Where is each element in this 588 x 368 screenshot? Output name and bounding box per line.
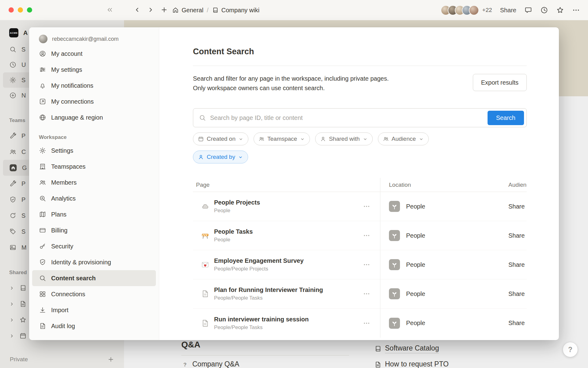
table-row[interactable]: Run interviewer training session People/… <box>193 309 527 338</box>
filter-label: Created by <box>207 154 235 160</box>
nav-item-label: Security <box>51 243 73 250</box>
filter-audience[interactable]: Audience <box>378 132 429 145</box>
breadcrumb-page[interactable]: Company wiki <box>221 7 259 14</box>
forward-icon[interactable] <box>147 6 154 13</box>
audience-cell: Share <box>508 290 527 297</box>
favorite-star-icon[interactable] <box>556 6 564 14</box>
settings-nav-item-connections[interactable]: Connections <box>32 286 156 302</box>
location-cell: People <box>406 290 425 297</box>
page-title-cell[interactable]: Plan for Running Interviewer Training <box>214 286 323 293</box>
settings-nav-item-analytics[interactable]: Analytics <box>32 190 156 206</box>
filter-label: Created on <box>207 136 236 142</box>
sprout-icon <box>391 232 398 239</box>
row-more-icon[interactable] <box>363 261 370 268</box>
settings-nav-item-audit-log[interactable]: Audit log <box>32 318 156 334</box>
settings-nav-item-members[interactable]: Members <box>32 174 156 190</box>
sprout-icon <box>391 320 398 327</box>
page-title-cell[interactable]: Employee Engagement Survey <box>214 257 303 264</box>
page-path: People <box>214 208 260 214</box>
sprout-icon <box>391 203 398 210</box>
audience-cell: Share <box>508 320 527 327</box>
settings-nav-item-my-settings[interactable]: My settings <box>32 62 156 78</box>
settings-nav-item-content-search[interactable]: Content search <box>32 270 156 286</box>
window-titlebar: General / Company wiki +22 Share <box>0 0 588 20</box>
export-results-button[interactable]: Export results <box>473 74 527 91</box>
share-button[interactable]: Share <box>500 7 516 14</box>
comments-icon[interactable] <box>524 6 532 14</box>
settings-nav-item-plans[interactable]: Plans <box>32 206 156 222</box>
page-path: People/People Tasks <box>214 295 323 301</box>
settings-nav-item-billing[interactable]: Billing <box>32 222 156 238</box>
row-more-icon[interactable] <box>363 290 370 297</box>
page-path: People/People Tasks <box>214 324 309 331</box>
audience-cell: Share <box>508 261 527 268</box>
more-options-icon[interactable] <box>572 6 580 14</box>
avatars-overflow-count: +22 <box>482 7 492 13</box>
audience-cell: Share <box>508 203 527 210</box>
filter-created-on[interactable]: Created on <box>193 132 248 145</box>
filter-created-by[interactable]: Created by <box>193 151 248 163</box>
workspace-section-heading: Workspace <box>39 133 159 141</box>
back-icon[interactable] <box>134 6 141 13</box>
settings-nav-item-my-connections[interactable]: My connections <box>32 94 156 109</box>
avatar <box>469 5 479 15</box>
page-title-cell[interactable]: Run interviewer training session <box>214 316 309 323</box>
member-avatars[interactable]: +22 <box>441 5 492 15</box>
help-button[interactable]: ? <box>563 342 578 357</box>
content-search-input[interactable] <box>210 114 484 121</box>
teamspace-badge <box>389 318 400 329</box>
history-nav <box>134 6 168 13</box>
settings-nav-item-language-region[interactable]: Language & region <box>32 109 156 125</box>
account-email: rebeccamcakir@gmail.com <box>52 36 119 42</box>
filter-chips-row: Created on Teamspace Shared with Audienc… <box>193 132 559 145</box>
row-more-icon[interactable] <box>363 203 370 210</box>
page-title: Content Search <box>193 47 559 56</box>
location-cell: People <box>406 320 425 327</box>
map-icon <box>39 211 46 218</box>
divider <box>193 66 527 66</box>
document-page-icon <box>201 319 209 328</box>
updates-history-icon[interactable] <box>540 6 548 14</box>
filter-label: Teamspace <box>267 136 297 142</box>
page-title-cell[interactable]: People Projects <box>214 199 260 206</box>
teamspace-badge <box>389 201 400 212</box>
settings-nav-item-settings[interactable]: Settings <box>32 143 156 159</box>
table-row[interactable]: Plan for Running Interviewer Training Pe… <box>193 279 527 309</box>
settings-nav-item-import[interactable]: Import <box>32 302 156 318</box>
chevron-down-icon <box>238 155 243 160</box>
table-row[interactable]: People Projects People People Share <box>193 192 527 221</box>
sprout-icon <box>391 290 398 297</box>
nav-item-label: My settings <box>51 66 82 73</box>
settings-nav-item-my-account[interactable]: My account <box>32 46 156 62</box>
zoom-window-button[interactable] <box>27 7 32 13</box>
row-more-icon[interactable] <box>363 232 370 239</box>
arrow-up-right-box-icon <box>39 98 46 105</box>
new-tab-icon[interactable] <box>160 6 168 13</box>
audit-doc-icon <box>39 322 46 330</box>
teamspace-badge <box>389 288 400 299</box>
table-row[interactable]: Employee Engagement Survey People/People… <box>193 250 527 279</box>
filter-teamspace[interactable]: Teamspace <box>254 132 310 145</box>
settings-nav-item-teamspaces[interactable]: Teamspaces <box>32 159 156 174</box>
nav-item-label: Connections <box>51 291 85 298</box>
table-row[interactable]: People Tasks People People Share <box>193 221 527 250</box>
nav-item-label: Identity & provisioning <box>51 259 111 266</box>
people-icon <box>258 136 265 142</box>
nav-item-label: Billing <box>51 227 67 234</box>
close-window-button[interactable] <box>9 7 14 13</box>
minimize-window-button[interactable] <box>18 7 23 13</box>
breadcrumb-teamspace[interactable]: General <box>182 7 203 14</box>
collapse-sidebar-icon[interactable] <box>106 6 113 13</box>
filter-shared-with[interactable]: Shared with <box>315 132 372 145</box>
nav-item-label: My account <box>51 50 82 57</box>
nav-item-label: Content search <box>51 275 96 282</box>
nav-item-label: Import <box>51 307 69 314</box>
column-header-page: Page <box>193 182 380 188</box>
settings-nav-item-identity-provisioning[interactable]: Identity & provisioning <box>32 254 156 270</box>
search-button[interactable]: Search <box>488 111 524 125</box>
page-title-cell[interactable]: People Tasks <box>214 228 253 235</box>
settings-nav-item-my-notifications[interactable]: My notifications <box>32 78 156 94</box>
settings-nav-item-security[interactable]: Security <box>32 238 156 254</box>
titlebar-actions: +22 Share <box>441 0 580 20</box>
row-more-icon[interactable] <box>363 320 370 327</box>
